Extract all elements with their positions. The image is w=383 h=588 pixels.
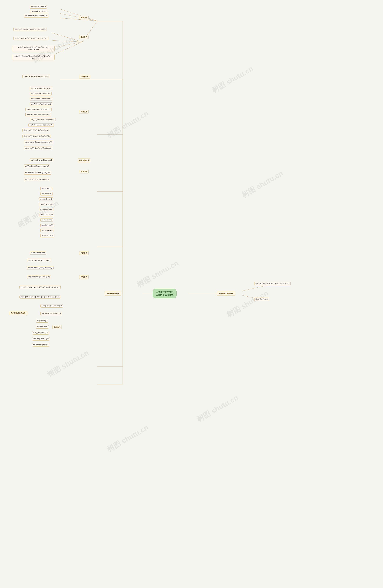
subcategory-induction: 诱导公式 (79, 170, 88, 173)
f-sinpsinq: sin(a)+sin(b)=2sin((a+b)/2)cos((a-b)/2) (22, 129, 50, 132)
subcategory-others: 其它公式 (79, 275, 88, 279)
f-tanA2: tan(A/2)=√((1-cosA)/(1+cosA)) tan(A/2)= … (12, 46, 55, 51)
subcategory-sum-product: 和差化积 (79, 110, 88, 114)
f-sec: sec(a)=1/cos(a) (36, 325, 49, 329)
watermark-6: 树图 shutu.cn (106, 423, 150, 454)
svg-line-6 (60, 9, 97, 21)
f-tanAmB: tan(A-B)=(tanA-tanB)/(1+tanAtanB) (25, 113, 51, 116)
f-1psina: 1+sin(a)=(sin(a/2)+cos(a/2))^2 (40, 304, 63, 308)
f-cosA2: cos(A/2)=√((1+cosA)/2) cos(A/2)=-√((1+ c… (13, 37, 48, 40)
f-cospi2ma: cos(pi/2-a)=sin(a) (39, 203, 53, 206)
watermark-7: 树图 shutu.cn (210, 64, 255, 95)
f-tgA: tgA=tanA=sinA/cosA (30, 251, 46, 254)
f-cotAmB: cot(A-B)=(cotAcotB+1)/(cotB-cotA) (28, 123, 54, 127)
f-sinpima: sin(pi-a)=sin(a) (40, 218, 53, 222)
f-asinbcos1: a*sin(a)+b*cos(a)=sqrt(a^2+b^2)sin(a+c) … (20, 286, 61, 289)
f-sinA2: sin(A/2)=√((1-cosA)/2) sin(A/2)=-√((1-c … (13, 28, 47, 31)
f-cosh: cosh(a)=(e^a+e^(-a))/2 (32, 337, 50, 340)
svg-line-11 (52, 40, 82, 42)
f-tanApB: tan(A+B)=(tanA+tanB)/(1-tanAtanB) (25, 108, 52, 111)
f-cospcosg: cos(a)+cos(b)=2cos((a+b)/2)cos((a-b)/2) (24, 141, 53, 144)
f-tgh: tgh(a)=sinh(a)/cosh(a) (32, 343, 49, 346)
f-asinbcos2: a*sin(a)-b*cos(a)=sqrt(a^2+b^2)cos(a-c) … (20, 295, 60, 299)
f-sinmsinq: sin(a)?sin(b)=-2cos((a+b)/2)sin((a-b)/2) (22, 135, 51, 138)
f-cos-a: cos(-a)=cos(a) (40, 192, 53, 195)
f-sin3a: sin3a=3sina-4(sina)^3 (30, 5, 47, 9)
f-tan-universal: tan(a)= (2tan(a/2))/(1-tan^2(a/2)) (27, 275, 51, 278)
f-sinApB: sin(A+B)=sinAcosB+cosAsinB (30, 87, 52, 90)
f-sinpi2pa: sin(pi/2+a)=cos(a) (39, 208, 53, 211)
f-tan3a: tan3a=tana*tan(n/3+a)*tan(n/3-a) (24, 14, 48, 18)
subcategory-product-sum: 积化和差公式 (78, 159, 90, 162)
f-tanA2-2: tan(A/2)=(1-cosA)/sinA=sinA/(1+cosA) (22, 75, 50, 78)
left-main-node: 三角函数相关公式 (105, 292, 121, 296)
formula-sin2A: sin2A=2sinA*cosA (254, 298, 269, 301)
watermark-2: 树图 shutu.cn (106, 109, 150, 140)
svg-line-10 (52, 33, 82, 42)
watermark-10: 树图 shutu.cn (195, 393, 240, 424)
svg-line-7 (60, 13, 97, 21)
subcategory-two-angle: 两角和公式 (79, 75, 90, 79)
connection-lines (0, 0, 383, 588)
subcategory-half-angle: 半角公式 (79, 35, 88, 39)
f-sinAmB: sin(A-B)=sinAcosB-sinBcosA (30, 92, 52, 95)
f-sinpi2ma: sin(pi/2-a)=cos(a) (39, 197, 53, 201)
f-sin-a: sin(-a)=-sin(a) (40, 187, 52, 190)
f-sinh: sinh(a)=(e^a-e^(-a))/2 (32, 331, 49, 335)
f-cospipa: cos(pi+a)=-cos(a) (40, 234, 54, 237)
f-csc: csc(a)=1/sin(a) (36, 319, 48, 323)
f-sinab2: sin(a)cos(b)=1/2*[sin(a+b)+sin(a-b)] (24, 178, 50, 181)
f-cos-universal: cos(a)= (1-tan^2(a/2))/(1+tan^2(a/2)) (27, 266, 54, 270)
subcategory-hyperbolic: 双曲函数 (52, 325, 62, 329)
f-cotA2: cot(A/2)=√((1+cosA)/(1-cosA)) cot(A/2)= … (12, 55, 55, 60)
f-sin-universal: sin(a)= (2tan(a/2))/(1+tan^2(a/2)) (27, 259, 51, 262)
other-section-label: 其他非重点三角函数 (9, 311, 27, 315)
f-cosmcosh: cos(a)-cos(b)=-2sin((a+b)/2)sin((a-b)/2) (24, 147, 52, 150)
svg-line-12 (52, 42, 82, 48)
f-cotApB: cot(A+B)=(cotAcotB-1)/(cotB+cotA) (30, 118, 56, 121)
svg-line-8 (60, 18, 97, 21)
f-sinab1: sin(a)sin(b)=1/2*[cos(a-b)-cos(a+b)] (24, 165, 50, 168)
watermark-8: 树图 shutu.cn (240, 168, 285, 200)
f-cospi2pa: cos(pi/2+a)=-sin(a) (39, 213, 54, 216)
svg-line-2 (242, 286, 266, 291)
subcategory-universal: 万能公式 (79, 251, 88, 255)
f-cospima: cos(pi-a)=-cos(a) (40, 224, 54, 227)
subcategory-triple-angle: 半角公式 (79, 16, 88, 20)
mindmap-container: 三角函数中常用的二倍角 公式有哪些 三角函数二倍角公式 cos2a=(cosa)… (0, 0, 383, 588)
f-cosab1: cos(a)cos(b)=1/2*[cos(a-b)+cos(a+b)] (24, 171, 51, 174)
watermark-5: 树图 shutu.cn (46, 348, 90, 379)
right-main-node: 三角函数二倍角公式 (217, 292, 235, 296)
f-cos3a: cos3a=4(cosa)^3-3cosa (30, 10, 48, 13)
f-tanptan: tanA+tanB=sin(A+B)/cosAcosB (30, 159, 53, 162)
f-cosApB: cos(A+B)=cosAcosB-sinAsinB (30, 97, 52, 101)
f-cosAmB: cos(A-B)=cosAcosB+sinAsinB (30, 103, 52, 106)
formula-cos2a: cos2a=(cosa)^2-(sina)^2=2(cosa)^2 -1=1-2… (254, 282, 291, 285)
watermark-4: 树图 shutu.cn (135, 258, 180, 290)
f-1msina: 1-sin(a)=(sin(a/2)-cos(a/2))^2 (40, 312, 62, 315)
center-node: 三角函数中常用的二倍角 公式有哪些 (153, 289, 176, 298)
f-sinpipa: sin(pi+a)=-sin(a) (40, 229, 54, 232)
svg-line-13 (52, 42, 82, 55)
